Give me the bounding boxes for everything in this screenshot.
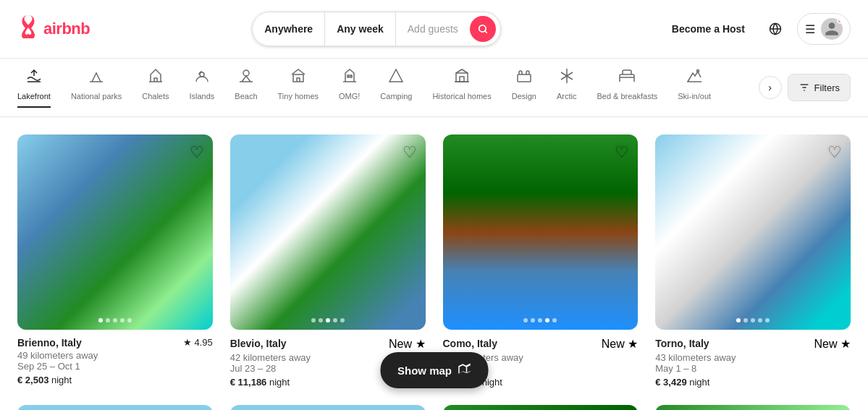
category-item-beach[interactable]: Beach	[235, 67, 257, 108]
national-parks-icon	[88, 67, 105, 87]
listing-card[interactable]: ♡ Varenna, Italy New ★ 55 kilometers awa…	[17, 405, 213, 410]
design-label: Design	[512, 92, 536, 101]
wishlist-button[interactable]: ♡	[827, 143, 842, 162]
dot-0	[311, 318, 316, 323]
omg-icon	[341, 67, 358, 87]
ski-in-out-label: Ski-in/out	[678, 92, 711, 101]
map-icon	[458, 362, 471, 378]
arctic-label: Arctic	[557, 92, 577, 101]
wishlist-button[interactable]: ♡	[403, 143, 417, 162]
language-button[interactable]	[762, 16, 788, 42]
listing-card[interactable]: ♡ Brienno, Italy ★ 4.95 49 kilometers aw…	[17, 134, 213, 388]
filters-button[interactable]: Filters	[788, 74, 851, 101]
historical-label: Historical homes	[432, 92, 491, 101]
dot-1	[743, 318, 748, 323]
category-item-arctic[interactable]: Arctic	[557, 67, 577, 108]
listing-image-wrap: ♡	[17, 405, 213, 410]
listing-card[interactable]: ♡ Menaggio, Italy New ★ 48 kilometers aw…	[443, 405, 639, 410]
dot-1	[319, 318, 323, 323]
category-item-islands[interactable]: Islands	[190, 67, 215, 108]
listing-image-wrap: ♡	[230, 405, 426, 410]
dates-search[interactable]: Any week	[325, 12, 396, 46]
header-right: Become a Host ☰	[663, 13, 851, 45]
header: airbnb Anywhere Any week Add guests Beco…	[0, 0, 868, 59]
listing-title-row: Torno, Italy New ★	[655, 337, 851, 351]
listing-card[interactable]: ♡ Torno, Italy New ★ 43 kilometers away …	[655, 134, 851, 388]
show-map-button[interactable]: Show map	[380, 352, 488, 388]
logo-text: airbnb	[43, 20, 90, 38]
national-parks-label: National parks	[71, 92, 122, 101]
listing-info: Torno, Italy New ★ 43 kilometers away Ma…	[655, 337, 851, 388]
categories-list: Lakefront National parks Chalets Islands…	[17, 67, 753, 108]
camping-label: Camping	[380, 92, 412, 101]
svg-line-1	[485, 31, 487, 33]
listing-dates: Sep 25 – Oct 1	[17, 361, 213, 372]
svg-rect-7	[456, 73, 468, 82]
svg-rect-9	[518, 74, 531, 82]
listing-title-row: Blevio, Italy New ★	[230, 337, 426, 351]
beach-label: Beach	[235, 92, 257, 101]
listing-card[interactable]: ♡ Bellagio, Italy ★ 4.87 50 kilometers a…	[230, 405, 426, 410]
design-icon	[515, 67, 533, 87]
listing-title-row: Como, Italy New ★	[443, 337, 639, 351]
filters-label: Filters	[814, 82, 840, 93]
category-item-lakefront[interactable]: Lakefront	[17, 67, 51, 108]
arctic-icon	[558, 67, 576, 87]
listing-distance: 43 kilometers away	[655, 352, 851, 363]
category-item-ski-in-out[interactable]: Ski-in/out	[678, 67, 711, 108]
dot-4	[127, 318, 132, 323]
new-badge: New ★	[389, 337, 425, 351]
wishlist-button[interactable]: ♡	[190, 143, 204, 162]
dot-1	[531, 318, 535, 323]
location-search[interactable]: Anywhere	[253, 12, 325, 46]
dot-4	[765, 318, 770, 323]
listing-location: Blevio, Italy	[230, 338, 287, 349]
show-map-label: Show map	[397, 364, 452, 377]
category-item-omg[interactable]: OMG!	[339, 67, 360, 108]
dot-0	[523, 318, 528, 323]
listing-card[interactable]: ♡ Como, Italy New ★ 43 kilometers away J…	[443, 134, 639, 388]
listing-card[interactable]: ♡ Blevio, Italy New ★ 42 kilometers away…	[230, 134, 426, 388]
svg-point-4	[200, 72, 204, 77]
listing-image-wrap: ♡	[443, 405, 639, 410]
guests-search[interactable]: Add guests	[396, 12, 470, 46]
camping-icon	[387, 67, 405, 87]
notification-dot	[837, 18, 843, 24]
listing-location: Como, Italy	[443, 338, 497, 349]
category-item-bed-breakfast[interactable]: Bed & breakfasts	[597, 67, 657, 108]
become-host-link[interactable]: Become a Host	[663, 17, 754, 40]
search-button[interactable]	[470, 16, 496, 42]
listing-price: € 2,503 night	[17, 375, 213, 385]
dot-2	[326, 318, 330, 323]
rating: ★ 4.95	[183, 337, 212, 348]
dot-0	[98, 318, 103, 323]
dot-2	[113, 318, 117, 323]
category-item-historical[interactable]: Historical homes	[432, 67, 491, 108]
ski-in-out-icon	[686, 67, 703, 87]
listing-image	[655, 405, 851, 410]
category-item-camping[interactable]: Camping	[380, 67, 412, 108]
dot-3	[333, 318, 337, 323]
tiny-homes-label: Tiny homes	[278, 92, 319, 101]
nav-arrow-right[interactable]: ›	[759, 76, 782, 99]
lakefront-icon	[25, 67, 43, 87]
listing-title-row: Brienno, Italy ★ 4.95	[17, 337, 213, 349]
category-item-national-parks[interactable]: National parks	[71, 67, 122, 108]
show-map-container: Show map	[380, 352, 488, 388]
logo[interactable]: airbnb	[17, 15, 90, 43]
category-item-chalets[interactable]: Chalets	[142, 67, 169, 108]
image-dots	[98, 318, 132, 323]
dot-4	[340, 318, 345, 323]
category-item-tiny-homes[interactable]: Tiny homes	[278, 67, 319, 108]
listing-image	[655, 134, 851, 330]
listing-image	[230, 405, 426, 410]
wishlist-button[interactable]: ♡	[615, 143, 629, 162]
category-item-design[interactable]: Design	[512, 67, 536, 108]
islands-icon	[193, 67, 211, 87]
dot-1	[106, 318, 110, 323]
listing-image-wrap: ♡	[17, 134, 213, 330]
listing-dates: May 1 – 8	[655, 363, 851, 374]
listing-card[interactable]: ♡ Cernobbio, Italy ★ 4.92 41 kilometers …	[655, 405, 851, 410]
user-menu[interactable]: ☰	[797, 13, 851, 45]
svg-rect-8	[460, 77, 464, 82]
